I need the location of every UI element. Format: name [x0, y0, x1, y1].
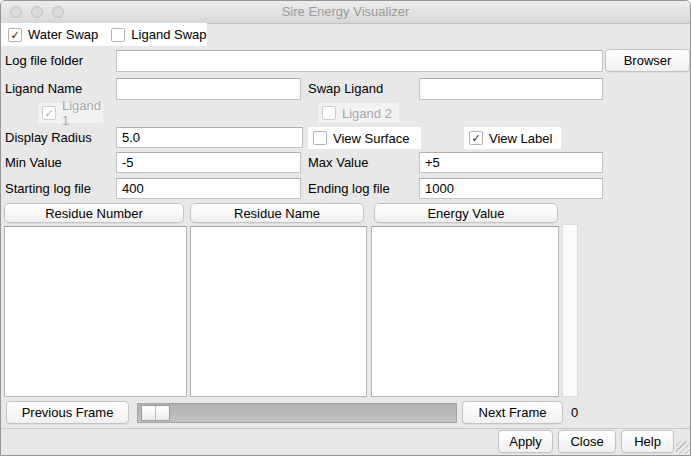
view-label-checkbox[interactable]: ✓ View Label: [464, 127, 561, 149]
frame-counter: 0: [571, 401, 578, 424]
previous-frame-button[interactable]: Previous Frame: [6, 401, 129, 424]
max-value-label: Max Value: [308, 152, 368, 174]
residue-number-header-label: Residue Number: [45, 206, 143, 221]
help-button[interactable]: Help: [621, 430, 674, 453]
water-swap-checkbox[interactable]: ✓ Water Swap: [8, 27, 98, 42]
checkbox-unchecked-icon[interactable]: [111, 28, 125, 42]
checkbox-checked-icon[interactable]: ✓: [469, 131, 483, 145]
view-surface-checkbox[interactable]: View Surface: [308, 127, 421, 149]
starting-log-file-label: Starting log file: [5, 178, 91, 200]
ending-log-file-input[interactable]: [419, 178, 603, 199]
residue-name-header-label: Residue Name: [234, 206, 320, 221]
close-button-label: Close: [570, 434, 603, 449]
ligand-2-checkbox: Ligand 2: [318, 103, 399, 123]
checkbox-checked-icon: ✓: [42, 106, 56, 120]
help-button-label: Help: [634, 434, 661, 449]
apply-button-label: Apply: [509, 434, 542, 449]
ligand-1-checkbox: ✓ Ligand 1: [38, 103, 103, 123]
browser-button[interactable]: Browser: [605, 49, 690, 72]
min-value-label: Min Value: [5, 152, 62, 174]
ligand-name-input[interactable]: [116, 78, 301, 100]
minimize-window-icon[interactable]: [31, 6, 43, 18]
ligand-1-label: Ligand 1: [62, 98, 103, 128]
browser-button-label: Browser: [624, 53, 672, 68]
zoom-window-icon[interactable]: [52, 6, 64, 18]
display-radius-input[interactable]: [116, 127, 303, 148]
view-label-label: View Label: [489, 131, 552, 146]
apply-button[interactable]: Apply: [498, 430, 553, 453]
min-value-input[interactable]: [116, 152, 301, 173]
checkbox-unchecked-icon: [322, 106, 336, 120]
checkbox-unchecked-icon[interactable]: [313, 131, 327, 145]
energy-value-header-button[interactable]: Energy Value: [374, 203, 558, 223]
energy-value-header-label: Energy Value: [427, 206, 504, 221]
resize-grip-icon[interactable]: [676, 441, 689, 454]
ligand-name-label: Ligand Name: [5, 78, 82, 100]
previous-frame-label: Previous Frame: [22, 405, 114, 420]
ligand-swap-label: Ligand Swap: [131, 27, 206, 42]
ending-log-file-label: Ending log file: [308, 178, 390, 200]
log-file-folder-label: Log file folder: [5, 50, 83, 72]
starting-log-file-input[interactable]: [116, 178, 301, 199]
ligand-2-label: Ligand 2: [342, 106, 392, 121]
close-button[interactable]: Close: [558, 430, 616, 453]
checkbox-checked-icon[interactable]: ✓: [8, 28, 22, 42]
frame-slider-thumb[interactable]: [141, 405, 170, 421]
residue-name-header-button[interactable]: Residue Name: [190, 203, 364, 223]
swap-ligand-input[interactable]: [419, 78, 603, 100]
close-window-icon[interactable]: [10, 6, 22, 18]
view-surface-label: View Surface: [333, 131, 409, 146]
swap-mode-strip: ✓ Water Swap Ligand Swap: [1, 23, 207, 46]
next-frame-button[interactable]: Next Frame: [462, 401, 563, 424]
list-vertical-scrollbar[interactable]: [562, 224, 578, 397]
footer-divider: [1, 428, 690, 429]
next-frame-label: Next Frame: [479, 405, 547, 420]
frame-slider[interactable]: [137, 403, 457, 423]
display-radius-label: Display Radius: [5, 127, 92, 149]
residue-name-list[interactable]: [190, 226, 367, 397]
sire-energy-visualizer-window: Sire Energy Visualizer ✓ Water Swap Liga…: [0, 0, 691, 456]
log-file-folder-input[interactable]: [116, 50, 603, 72]
max-value-input[interactable]: [419, 152, 603, 173]
ligand-swap-checkbox[interactable]: Ligand Swap: [111, 27, 206, 42]
swap-ligand-label: Swap Ligand: [308, 78, 383, 100]
window-title: Sire Energy Visualizer: [1, 1, 690, 22]
residue-number-header-button[interactable]: Residue Number: [4, 203, 184, 223]
water-swap-label: Water Swap: [28, 27, 98, 42]
title-bar: Sire Energy Visualizer: [1, 1, 690, 24]
residue-number-list[interactable]: [4, 226, 187, 397]
energy-value-list[interactable]: [371, 226, 559, 397]
